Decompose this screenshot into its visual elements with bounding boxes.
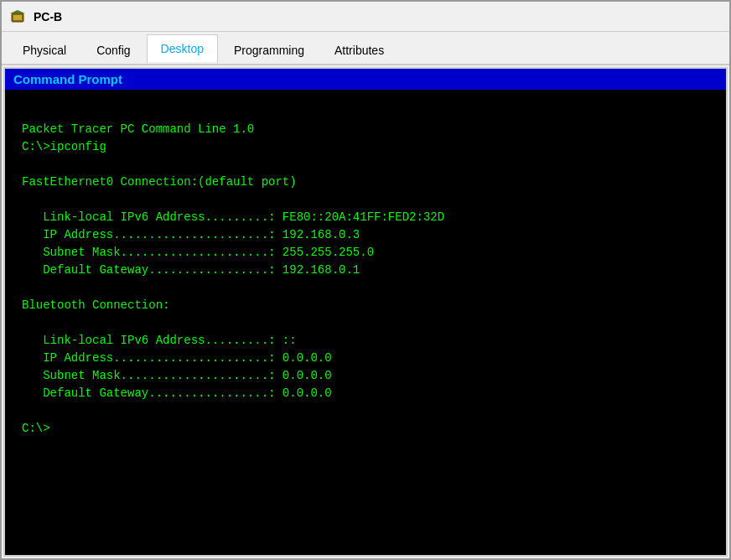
tab-programming[interactable]: Programming — [220, 36, 319, 64]
main-window: PC-B Physical Config Desktop Programming… — [0, 0, 731, 560]
terminal-output[interactable]: Packet Tracer PC Command Line 1.0 C:\>ip… — [5, 90, 726, 555]
app-icon — [10, 8, 27, 25]
svg-marker-2 — [10, 10, 25, 13]
tab-physical[interactable]: Physical — [8, 36, 80, 64]
title-bar: PC-B — [2, 2, 729, 32]
tab-desktop[interactable]: Desktop — [147, 34, 218, 64]
window-title: PC-B — [34, 10, 62, 23]
tab-bar: Physical Config Desktop Programming Attr… — [2, 32, 729, 65]
command-prompt-header: Command Prompt — [5, 69, 726, 90]
content-area: Command Prompt Packet Tracer PC Command … — [3, 67, 728, 557]
tab-attributes[interactable]: Attributes — [320, 36, 398, 64]
tab-config[interactable]: Config — [82, 36, 144, 64]
svg-rect-1 — [13, 15, 22, 20]
